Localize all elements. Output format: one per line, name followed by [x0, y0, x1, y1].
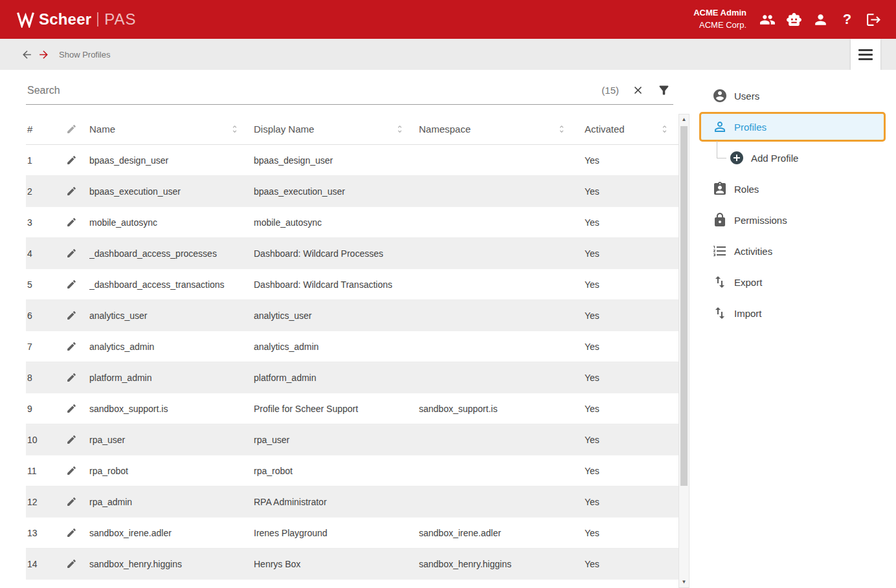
table-row[interactable]: 14 sandbox_henry.higgins Henrys Box sand…: [26, 549, 678, 580]
profile-name: _dashboard_access_processes: [89, 248, 254, 259]
row-edit-cell: [63, 527, 89, 538]
sidebar-item-permissions[interactable]: Permissions: [697, 204, 896, 235]
table-header: # Name Display Name Namespace: [26, 114, 678, 145]
edit-icon[interactable]: [66, 217, 77, 228]
table-scrollbar[interactable]: ▲ ▼: [678, 114, 689, 588]
search-tools: (15): [601, 83, 673, 97]
sort-icon[interactable]: [660, 124, 669, 134]
lock-icon: [712, 212, 728, 228]
profile-namespace: sandbox_henry.higgins: [419, 559, 581, 569]
scroll-up-icon[interactable]: ▲: [679, 114, 689, 125]
profile-display-name: bpaas_execution_user: [254, 186, 419, 197]
sidebar-item-label: Add Profile: [751, 153, 798, 164]
table-row[interactable]: 10 rpa_user rpa_user Yes: [26, 424, 678, 455]
table-row[interactable]: 1 bpaas_design_user bpaas_design_user Ye…: [26, 145, 678, 176]
profile-activated: Yes: [581, 155, 678, 166]
profile-activated: Yes: [581, 248, 678, 259]
robot-button[interactable]: [781, 6, 807, 33]
profile-activated: Yes: [581, 217, 678, 228]
add-circle-icon: [729, 150, 745, 166]
row-number: 2: [26, 186, 63, 197]
sidebar-item-import[interactable]: Import: [697, 298, 896, 329]
edit-icon[interactable]: [66, 279, 77, 290]
menu-toggle-button[interactable]: [851, 39, 880, 70]
badge-icon: [712, 181, 728, 197]
row-edit-cell: [63, 279, 89, 290]
scrollbar-thumb[interactable]: [680, 126, 688, 486]
table-row[interactable]: 9 sandbox_support.is Profile for Scheer …: [26, 393, 678, 424]
logo-divider: [97, 12, 98, 27]
clear-search-button[interactable]: [632, 84, 644, 96]
table-row[interactable]: 7 analytics_admin analytics_admin Yes: [26, 331, 678, 362]
table-row[interactable]: 2 bpaas_execution_user bpaas_execution_u…: [26, 176, 678, 207]
row-edit-cell: [63, 186, 89, 197]
row-edit-cell: [63, 372, 89, 383]
help-icon: ?: [843, 11, 851, 28]
logout-button[interactable]: [860, 6, 887, 33]
edit-icon: [66, 124, 77, 135]
sidebar-item-profiles[interactable]: Profiles: [699, 112, 886, 142]
edit-icon[interactable]: [66, 155, 77, 166]
row-number: 3: [26, 217, 63, 228]
row-edit-cell: [63, 217, 89, 228]
filter-button[interactable]: [657, 83, 671, 97]
profile-display-name: analytics_admin: [254, 342, 419, 352]
edit-icon[interactable]: [66, 403, 77, 414]
sort-icon[interactable]: [557, 124, 566, 134]
robot-icon: [786, 12, 802, 28]
profile-name: sandbox_support.is: [89, 404, 254, 414]
search-input[interactable]: [26, 85, 601, 96]
edit-icon[interactable]: [66, 434, 77, 445]
import-export-icon: [712, 305, 728, 321]
row-edit-cell: [63, 558, 89, 569]
sort-icon[interactable]: [230, 124, 240, 134]
back-button[interactable]: [21, 49, 33, 61]
table-row[interactable]: 13 sandbox_irene.adler Irenes Playground…: [26, 517, 678, 549]
person-outline-icon: [712, 119, 728, 135]
table-row[interactable]: 3 mobile_autosync mobile_autosync Yes: [26, 207, 678, 238]
sidebar-item-add-profile[interactable]: Add Profile: [697, 142, 896, 173]
sidebar-item-profiles-wrap: Profiles: [697, 111, 896, 142]
row-number: 4: [26, 248, 63, 259]
scroll-down-icon[interactable]: ▼: [679, 577, 689, 587]
table-row[interactable]: 4 _dashboard_access_processes Dashboard:…: [26, 238, 678, 269]
sidebar-item-activities[interactable]: Activities: [697, 235, 896, 267]
edit-icon[interactable]: [66, 186, 77, 197]
sidebar-item-users[interactable]: Users: [697, 80, 896, 111]
table-row[interactable]: 5 _dashboard_access_transactions Dashboa…: [26, 269, 678, 300]
profile-display-name: Irenes Playground: [254, 528, 419, 538]
forward-button[interactable]: [38, 49, 50, 61]
help-button[interactable]: ?: [834, 6, 860, 33]
edit-icon[interactable]: [66, 372, 77, 383]
edit-icon[interactable]: [66, 310, 77, 321]
edit-icon[interactable]: [66, 496, 77, 507]
column-header-namespace[interactable]: Namespace: [419, 114, 581, 144]
column-header-display-name[interactable]: Display Name: [254, 114, 419, 144]
profile-display-name: Dashboard: Wildcard Transactions: [254, 279, 419, 290]
sidebar-item-roles[interactable]: Roles: [697, 173, 896, 204]
user-circle-icon: [712, 88, 728, 103]
edit-icon[interactable]: [66, 248, 77, 259]
row-edit-cell: [63, 248, 89, 259]
column-header-name[interactable]: Name: [89, 114, 254, 144]
profile-activated: Yes: [581, 404, 678, 414]
row-number: 7: [26, 342, 63, 352]
profile-display-name: mobile_autosync: [254, 217, 419, 228]
edit-icon[interactable]: [66, 558, 77, 569]
profile-display-name: platform_admin: [254, 373, 419, 383]
profile-activated: Yes: [581, 528, 678, 538]
account-button[interactable]: [807, 6, 834, 33]
table-row[interactable]: 8 platform_admin platform_admin Yes: [26, 362, 678, 393]
edit-icon[interactable]: [66, 341, 77, 352]
sidebar-item-export[interactable]: Export: [697, 267, 896, 298]
row-number: 8: [26, 373, 63, 383]
profile-activated: Yes: [581, 466, 678, 476]
column-header-activated[interactable]: Activated: [581, 114, 678, 144]
table-row[interactable]: 11 rpa_robot rpa_robot Yes: [26, 455, 678, 486]
table-row[interactable]: 6 analytics_user analytics_user Yes: [26, 300, 678, 331]
user-management-button[interactable]: [754, 6, 781, 33]
sort-icon[interactable]: [395, 124, 405, 134]
table-row[interactable]: 12 rpa_admin RPA Administrator Yes: [26, 486, 678, 517]
edit-icon[interactable]: [66, 527, 77, 538]
edit-icon[interactable]: [66, 465, 77, 476]
